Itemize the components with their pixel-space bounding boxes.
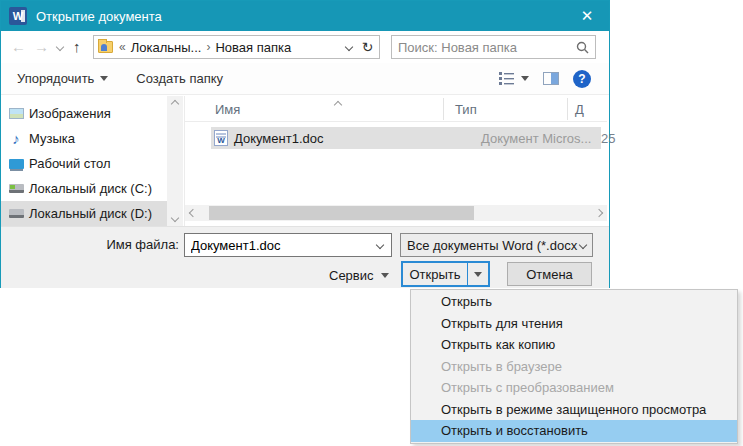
pictures-icon xyxy=(8,106,24,122)
sidebar-item-disk-d[interactable]: Локальный диск (D:) xyxy=(1,201,167,226)
sidebar-item-label: Музыка xyxy=(29,131,75,146)
column-header-date[interactable]: Д xyxy=(575,102,584,117)
word-document-icon: W xyxy=(214,130,228,146)
horizontal-scrollbar[interactable] xyxy=(185,205,607,221)
sidebar-item-label: Изображения xyxy=(29,106,111,121)
organize-label: Упорядочить xyxy=(17,71,94,86)
dialog-footer: Имя файла: Все документы Word (*.docx;* … xyxy=(1,226,609,288)
filename-combobox[interactable] xyxy=(184,233,392,257)
view-mode-button[interactable] xyxy=(499,72,529,85)
toolbar-right-group: ? xyxy=(499,70,609,88)
tools-button[interactable]: Сервис xyxy=(323,263,395,287)
scrollbar-thumb[interactable] xyxy=(209,206,474,220)
screen: W Открытие документа ✕ ← → ↑ « Локальны.… xyxy=(0,0,743,446)
music-icon: ♪ xyxy=(8,131,24,147)
close-icon[interactable]: ✕ xyxy=(565,1,609,31)
file-date: 25 xyxy=(601,131,615,146)
address-dropdown-chevron-icon[interactable] xyxy=(345,43,353,51)
filename-dropdown-chevron-icon[interactable] xyxy=(376,241,384,249)
sidebar-item-label: Локальный диск (D:) xyxy=(29,206,152,221)
scroll-up-icon[interactable] xyxy=(167,96,183,112)
back-icon[interactable]: ← xyxy=(11,37,26,57)
breadcrumb-current[interactable]: Новая папка xyxy=(215,40,291,55)
search-box[interactable] xyxy=(391,35,596,59)
scroll-left-icon[interactable] xyxy=(185,205,201,221)
sidebar-scrollbar[interactable] xyxy=(167,96,183,226)
scroll-right-icon[interactable] xyxy=(591,205,607,221)
address-bar[interactable]: « Локальны... › Новая папка xyxy=(93,35,357,59)
scroll-down-icon[interactable] xyxy=(167,210,183,226)
file-type: Документ Micros... xyxy=(481,131,591,146)
file-row-document1[interactable]: W Документ1.doc Документ Micros... 25 xyxy=(211,127,601,149)
view-mode-dropdown-icon xyxy=(521,76,529,81)
up-icon[interactable]: ↑ xyxy=(73,37,81,57)
open-dropdown-icon xyxy=(474,272,482,277)
desktop-icon xyxy=(8,156,24,172)
sidebar-item-pictures[interactable]: Изображения xyxy=(1,101,167,126)
file-list-header: Имя Тип Д xyxy=(185,96,607,122)
word-app-icon: W xyxy=(9,7,27,25)
cancel-button[interactable]: Отмена xyxy=(507,262,592,286)
column-header-type[interactable]: Тип xyxy=(455,102,477,117)
menu-item-open-and-repair[interactable]: Открыть и восстановить xyxy=(411,420,737,442)
open-document-dialog: W Открытие документа ✕ ← → ↑ « Локальны.… xyxy=(0,0,610,288)
organize-dropdown-icon xyxy=(100,76,108,81)
filename-label: Имя файла: xyxy=(105,237,179,252)
tools-label: Сервис xyxy=(329,268,374,283)
menu-item-open-read-only[interactable]: Открыть для чтения xyxy=(411,313,737,335)
list-view-icon xyxy=(499,72,514,85)
menu-item-open[interactable]: Открыть xyxy=(411,291,737,313)
breadcrumb-parent[interactable]: Локальны... xyxy=(131,40,202,55)
new-folder-label: Создать папку xyxy=(136,71,223,86)
column-divider[interactable] xyxy=(443,98,444,120)
sidebar-item-desktop[interactable]: Рабочий стол xyxy=(1,151,167,176)
navigation-bar: ← → ↑ « Локальны... › Новая папка ↻ xyxy=(1,31,609,63)
filetype-value: Все документы Word (*.docx;* xyxy=(407,238,578,253)
file-list: Имя Тип Д W Документ1.doc Документ Micro… xyxy=(185,96,607,226)
refresh-button[interactable]: ↻ xyxy=(356,35,380,59)
new-folder-button[interactable]: Создать папку xyxy=(128,67,231,90)
help-button[interactable]: ? xyxy=(573,70,591,88)
column-header-name[interactable]: Имя xyxy=(215,102,240,117)
sort-ascending-icon xyxy=(335,96,341,111)
folder-icon xyxy=(98,41,113,53)
open-options-menu: Открыть Открыть для чтения Открыть как к… xyxy=(410,289,738,444)
navigation-sidebar: Изображения ♪ Музыка Рабочий стол Локаль… xyxy=(1,96,167,226)
organize-button[interactable]: Упорядочить xyxy=(9,67,116,90)
sidebar-item-label: Рабочий стол xyxy=(29,156,111,171)
preview-pane-icon[interactable] xyxy=(543,72,559,85)
refresh-icon: ↻ xyxy=(362,39,374,55)
titlebar[interactable]: W Открытие документа ✕ xyxy=(1,1,609,31)
breadcrumb-prefix: « xyxy=(119,40,126,54)
tools-dropdown-icon xyxy=(381,273,389,278)
file-name: Документ1.doc xyxy=(234,131,323,146)
disk-icon xyxy=(8,181,24,197)
open-split-button: Открыть xyxy=(401,261,490,287)
search-icon xyxy=(576,41,589,54)
window-title: Открытие документа xyxy=(36,9,162,24)
filetype-select[interactable]: Все документы Word (*.docx;* xyxy=(400,233,593,257)
sidebar-item-disk-c[interactable]: Локальный диск (C:) xyxy=(1,176,167,201)
menu-item-open-as-copy[interactable]: Открыть как копию xyxy=(411,334,737,356)
command-toolbar: Упорядочить Создать папку ? xyxy=(1,63,609,95)
filetype-chevron-icon xyxy=(579,241,587,249)
search-input[interactable] xyxy=(398,40,576,55)
sidebar-item-label: Локальный диск (C:) xyxy=(29,181,152,196)
menu-item-open-protected-view[interactable]: Открыть в режиме защищенного просмотра xyxy=(411,399,737,421)
column-divider[interactable] xyxy=(567,98,568,120)
main-area: Изображения ♪ Музыка Рабочий стол Локаль… xyxy=(1,96,609,226)
menu-item-open-in-browser: Открыть в браузере xyxy=(411,356,737,378)
disk-icon xyxy=(8,206,24,222)
open-button[interactable]: Открыть xyxy=(403,263,467,285)
sidebar-item-music[interactable]: ♪ Музыка xyxy=(1,126,167,151)
open-dropdown-button[interactable] xyxy=(467,263,488,285)
menu-item-open-with-transform: Открыть с преобразованием xyxy=(411,377,737,399)
forward-icon[interactable]: → xyxy=(34,37,49,57)
filename-input[interactable] xyxy=(185,238,377,253)
breadcrumb-separator: › xyxy=(206,40,210,54)
recent-locations-chevron-icon[interactable] xyxy=(56,43,64,51)
